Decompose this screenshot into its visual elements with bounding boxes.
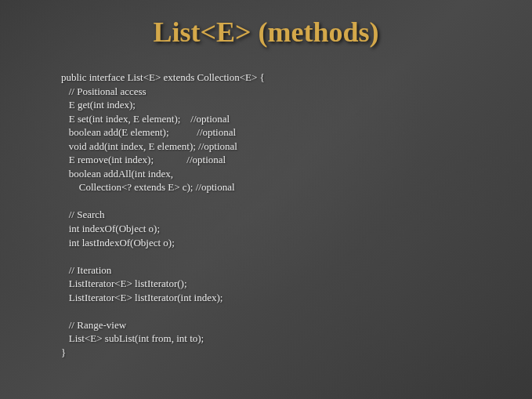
code-block: public interface List<E> extends Collect… [0, 71, 532, 359]
slide-container: List<E> (methods) public interface List<… [0, 0, 532, 399]
slide-title: List<E> (methods) [0, 16, 532, 49]
